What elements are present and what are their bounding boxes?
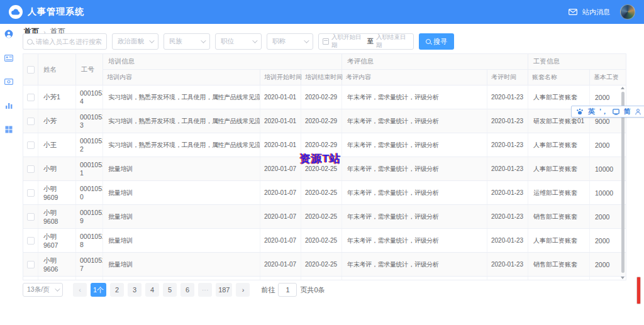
row-checkbox[interactable] bbox=[27, 141, 35, 149]
cell-training-start: 2020-01-07 bbox=[260, 157, 301, 180]
left-sidebar bbox=[0, 24, 18, 325]
goto-label: 前往 bbox=[261, 285, 275, 295]
cell-account-name: 人事部工资账套 bbox=[528, 133, 590, 157]
group-header-salary: 工资信息 bbox=[528, 54, 626, 69]
page-button[interactable]: 187 bbox=[216, 283, 232, 297]
cell-employee-id: 0001053 2 bbox=[76, 133, 103, 157]
cell-name: 小明9609 bbox=[38, 181, 76, 204]
employee-table: 姓名 工号 培训信息 考评信息 工资信息 培训内容 培训开始时间 培训结束时间 … bbox=[23, 53, 626, 280]
id-card-icon[interactable] bbox=[4, 53, 13, 62]
row-checkbox[interactable] bbox=[27, 213, 35, 221]
ime-punctuation-toggle[interactable]: ’， bbox=[599, 107, 608, 116]
cell-training-start: 2020-01-07 bbox=[260, 205, 301, 228]
page-buttons: 1个23456···187 bbox=[91, 283, 232, 297]
row-checkbox[interactable] bbox=[27, 237, 35, 245]
cell-evaluation-content: 年末考评，需求量统计，评级分析 bbox=[342, 253, 487, 276]
page-size-select[interactable]: 13条/页 bbox=[23, 283, 63, 297]
messages-menu-item[interactable]: 站内消息 bbox=[582, 8, 610, 17]
table-row: 小明0001053 1批量培训2020-01-072020-02-25年末考评，… bbox=[23, 157, 626, 181]
cell-name: 小明9606 bbox=[38, 253, 76, 276]
ethnicity-select[interactable]: 民族 bbox=[164, 33, 210, 50]
table-row: 0001052 6 bbox=[23, 277, 626, 280]
row-checkbox-cell bbox=[23, 277, 38, 280]
cell-account-name: 销售部工资账套 bbox=[528, 253, 590, 276]
page-button[interactable]: 1个 bbox=[91, 283, 106, 297]
political-status-select[interactable]: 政治面貌 bbox=[112, 33, 158, 50]
main-content: 首页 › 首页 政治面貌 民族 职位 职称 入职开始日期 至 入职结束日期 bbox=[18, 24, 644, 325]
select-all-cell bbox=[23, 54, 38, 85]
user-circle-icon[interactable] bbox=[4, 30, 13, 38]
cell-training-content bbox=[103, 277, 260, 280]
search-button[interactable]: 搜寻 bbox=[419, 33, 454, 50]
next-page-button[interactable]: › bbox=[236, 283, 250, 297]
cell-evaluation-content: 年末考评，需求量统计，评级分析 bbox=[342, 85, 487, 109]
cell-training-start: 2020-01-07 bbox=[260, 253, 301, 276]
row-checkbox[interactable] bbox=[27, 261, 35, 268]
sogou-paw-icon[interactable] bbox=[576, 108, 584, 115]
search-icon bbox=[426, 39, 431, 44]
column-header-evaluation-time: 考评时间 bbox=[487, 70, 528, 85]
prev-page-button[interactable]: ‹ bbox=[73, 283, 87, 297]
fullwidth-window-icon[interactable] bbox=[613, 109, 619, 115]
cell-account-name: 运维部工资账套 bbox=[528, 181, 590, 204]
page-ellipsis[interactable]: ··· bbox=[198, 283, 212, 297]
app-grid-icon[interactable] bbox=[4, 125, 13, 134]
page-button[interactable]: 4 bbox=[145, 283, 159, 297]
row-checkbox-cell bbox=[23, 109, 38, 133]
scroll-down-icon[interactable] bbox=[621, 277, 625, 279]
scroll-up-icon[interactable] bbox=[621, 87, 625, 89]
row-checkbox[interactable] bbox=[27, 94, 35, 101]
column-header-training-content: 培训内容 bbox=[103, 70, 260, 85]
employee-search-field[interactable] bbox=[36, 38, 103, 45]
cell-name: 小明9607 bbox=[38, 229, 76, 252]
cell-training-content: 批量培训 bbox=[103, 181, 260, 204]
goto-page-input[interactable] bbox=[278, 283, 297, 297]
cell-training-end: 2020-02-25 bbox=[301, 181, 342, 204]
person-emoji-icon[interactable] bbox=[635, 109, 641, 115]
row-checkbox[interactable] bbox=[27, 118, 35, 125]
select-all-checkbox[interactable] bbox=[27, 66, 35, 74]
cell-name: 小明9608 bbox=[38, 205, 76, 228]
column-header-evaluation-content: 考评内容 bbox=[342, 70, 487, 85]
cell-evaluation-content: 年末考评，需求量统计，评级分析 bbox=[342, 205, 487, 228]
cell-training-end: 2020-02-25 bbox=[301, 253, 342, 276]
page-button[interactable]: 5 bbox=[163, 283, 177, 297]
ime-english-toggle[interactable]: 英 bbox=[588, 107, 595, 116]
table-row: 小明96060001052 7批量培训2020-01-072020-02-25年… bbox=[23, 253, 626, 277]
bar-chart-icon[interactable] bbox=[4, 101, 13, 110]
cell-account-name: 人事部工资账套 bbox=[528, 229, 590, 252]
table-row: 小芳0001053 3实习培训，熟悉开发环境，工具使用，属性产品线常见流程202… bbox=[23, 109, 626, 133]
chevron-down-icon bbox=[55, 286, 60, 291]
page-button[interactable]: 2 bbox=[110, 283, 124, 297]
app-title: 人事管理系统 bbox=[28, 6, 84, 18]
ime-simplified-toggle[interactable]: 简 bbox=[624, 107, 631, 116]
hire-date-range-picker[interactable]: 入职开始日期 至 入职结束日期 bbox=[318, 33, 414, 50]
page-button[interactable]: 6 bbox=[180, 283, 194, 297]
page-button[interactable]: 3 bbox=[128, 283, 142, 297]
column-header-name: 姓名 bbox=[38, 54, 76, 85]
employee-search-input[interactable] bbox=[23, 33, 107, 50]
table-row: 小芳10001053 4实习培训，熟悉开发环境，工具使用，属性产品线常见流程20… bbox=[23, 85, 626, 109]
cell-evaluation-time: 2020-01-23 bbox=[487, 205, 528, 228]
scrollbar-thumb[interactable] bbox=[621, 92, 625, 273]
row-checkbox[interactable] bbox=[27, 165, 35, 173]
cell-training-content: 批量培训 bbox=[103, 253, 260, 276]
cell-account-name bbox=[528, 277, 590, 280]
cell-employee-id: 0001053 1 bbox=[76, 157, 103, 180]
cell-training-start: 2020-01-07 bbox=[260, 229, 301, 252]
position-select[interactable]: 职位 bbox=[215, 33, 262, 50]
row-checkbox[interactable] bbox=[27, 189, 35, 197]
cell-evaluation-content: 年末考评，需求量统计，评级分析 bbox=[342, 229, 487, 252]
row-checkbox-cell bbox=[23, 85, 38, 109]
cell-training-end: 2020-02-29 bbox=[301, 85, 342, 109]
cell-training-start: 2020-01-01 bbox=[260, 109, 301, 133]
app-header: 人事管理系统 站内消息 bbox=[0, 0, 644, 24]
chevron-down-icon bbox=[149, 38, 154, 43]
salary-card-icon[interactable] bbox=[4, 77, 13, 86]
select-placeholder: 政治面貌 bbox=[118, 37, 144, 46]
job-title-select[interactable]: 职称 bbox=[267, 33, 313, 50]
user-avatar[interactable] bbox=[620, 4, 635, 19]
mail-icon[interactable] bbox=[569, 9, 577, 15]
cell-training-end: 2020-02-25 bbox=[301, 205, 342, 228]
cell-training-content: 批量培训 bbox=[103, 205, 260, 228]
